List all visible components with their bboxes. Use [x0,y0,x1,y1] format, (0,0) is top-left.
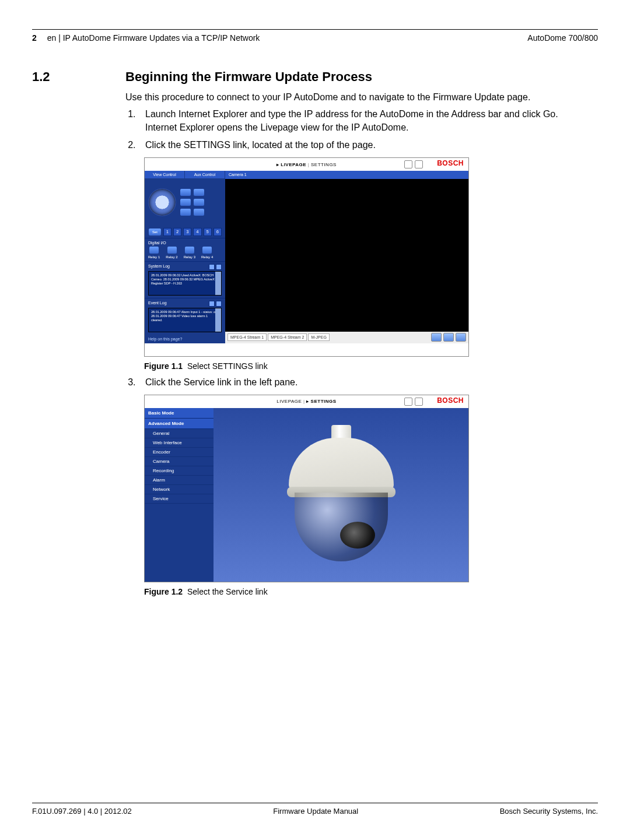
mjpeg-button[interactable]: M-JPEG [308,333,329,341]
event-log-label: Event Log [148,301,167,307]
intro-paragraph: Use this procedure to connect to your IP… [125,90,598,104]
stream-1-button[interactable]: MPEG-4 Stream 1 [228,333,267,341]
video-viewport [225,179,468,332]
preset-5[interactable]: 5 [204,228,212,236]
nav-encoder[interactable]: Encoder [145,448,214,457]
figure-1-2-caption: Figure 1.2 Select the Service link [144,587,598,596]
dome-camera-icon [280,425,402,565]
iris-button[interactable] [180,208,191,216]
preset-4[interactable]: 4 [193,228,201,236]
system-log-label: System Log [148,264,170,270]
settings-tab[interactable]: ▸ SETTINGS [306,399,336,404]
log-action-icon[interactable] [216,264,222,270]
settings-nav: Basic Mode Advanced Mode General Web Int… [145,408,214,582]
info-icon[interactable] [415,398,423,406]
step-2: Click the SETTINGS link, located at the … [138,138,598,152]
nav-recording[interactable]: Recording [145,466,214,476]
figure-1-1-caption: Figure 1.1 Select SETTINGS link [144,361,598,371]
nav-advanced-mode[interactable]: Advanced Mode [145,419,214,429]
relay-icon[interactable] [184,246,195,254]
nav-general[interactable]: General [145,429,214,438]
event-log: 28.01.2009 09:06:47 Alarm Input 1 - stat… [148,308,222,332]
nav-network[interactable]: Network [145,485,214,494]
nav-alarm[interactable]: Alarm [145,476,214,485]
footer-right: Bosch Security Systems, Inc. [500,807,598,816]
bosch-logo: BOSCH [437,159,464,167]
header-left: 2 en | IP AutoDome Firmware Updates via … [32,33,260,43]
livepage-tab[interactable]: ▸ LIVEPAGE [276,162,306,167]
nav-web-interface[interactable]: Web Interface [145,438,214,448]
stream-2-button[interactable]: MPEG-4 Stream 2 [268,333,307,341]
preset-1[interactable]: 1 [163,228,172,236]
step-1: Launch Internet Explorer and type the IP… [138,107,598,134]
page-header: 2 en | IP AutoDome Firmware Updates via … [32,30,598,43]
log-action-icon[interactable] [209,301,215,307]
settings-tab[interactable]: SETTINGS [311,162,337,167]
audio-icon[interactable] [456,333,466,342]
zoom-button[interactable] [193,188,205,196]
header-right: AutoDome 700/800 [527,33,598,43]
relay-icon[interactable] [149,246,159,254]
help-link[interactable]: Help on this page? [145,335,225,343]
nav-camera[interactable]: Camera [145,457,214,466]
iris-button[interactable] [193,208,205,216]
record-icon[interactable] [443,333,454,342]
view-control-tab[interactable]: View Control [145,171,185,179]
focus-button[interactable] [193,198,205,206]
preset-3[interactable]: 3 [183,228,191,236]
camera-tab[interactable]: Camera 1 [225,171,468,179]
scrollbar[interactable] [215,272,221,295]
zoom-button[interactable] [180,188,191,196]
figure-1-1: ▸ LIVEPAGE | SETTINGS BOSCH View Control [144,157,598,357]
aux-control-tab[interactable]: Aux Control [185,171,225,179]
section-number: 1.2 [32,69,125,601]
relay-icon[interactable] [202,246,212,254]
section-title: Beginning the Firmware Update Process [125,69,598,85]
camera-preview [214,408,468,582]
header-left-text: en | IP AutoDome Firmware Updates via a … [47,33,260,43]
log-action-icon[interactable] [216,301,222,307]
set-button[interactable]: Set [148,228,162,236]
focus-button[interactable] [180,198,191,206]
page-number: 2 [32,33,37,43]
snapshot-icon[interactable] [431,333,442,342]
livepage-tab[interactable]: LIVEPAGE [276,399,302,404]
system-log: 28.01.2009 09:06:32 Used ActiveX: BOSCH … [148,271,222,296]
footer-center: Firmware Update Manual [273,807,358,816]
log-icon[interactable] [404,160,412,168]
log-icon[interactable] [404,398,412,406]
footer-left: F.01U.097.269 | 4.0 | 2012.02 [32,807,132,816]
figure-1-2: LIVEPAGE | ▸ SETTINGS BOSCH Basic Mode A… [144,395,598,582]
relay-icon[interactable] [167,246,177,254]
scrollbar[interactable] [215,308,221,332]
step-3: Click the Service link in the left pane. [138,375,598,389]
bosch-logo: BOSCH [437,396,464,405]
log-action-icon[interactable] [209,264,215,270]
ptz-wheel-icon[interactable] [148,188,176,216]
digital-io-label: Digital I/O [148,241,166,245]
preset-2[interactable]: 2 [173,228,181,236]
nav-service[interactable]: Service [145,494,214,504]
nav-basic-mode[interactable]: Basic Mode [145,408,214,419]
ptz-control[interactable] [145,178,225,226]
info-icon[interactable] [415,160,423,168]
preset-6[interactable]: 6 [214,228,222,236]
page-footer: F.01U.097.269 | 4.0 | 2012.02 Firmware U… [32,803,598,816]
